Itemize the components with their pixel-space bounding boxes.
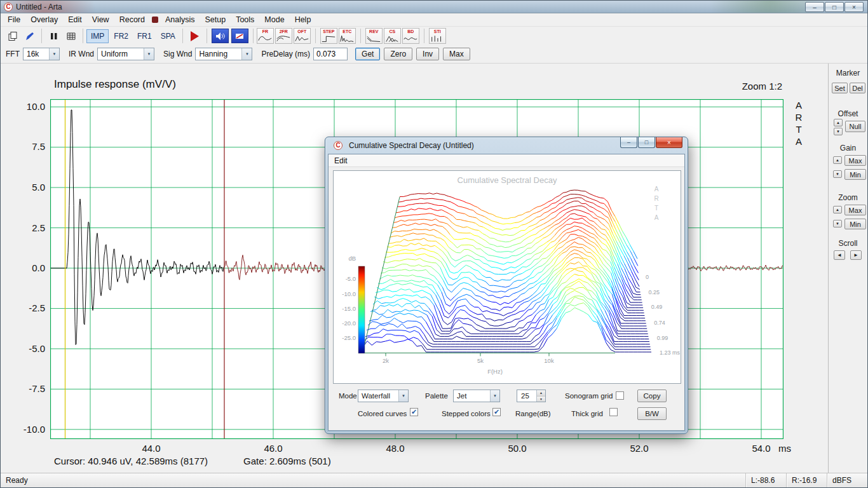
analysis-button-rev[interactable]: REV — [365, 28, 383, 44]
menu-item-help[interactable]: Help — [290, 14, 316, 25]
chevron-down-icon: ▼ — [49, 48, 59, 60]
get-button[interactable]: Get — [355, 48, 380, 60]
analysis-button-oft[interactable]: OFT — [294, 28, 311, 44]
menu-item-mode[interactable]: Mode — [259, 14, 289, 25]
pen-tool-button[interactable] — [21, 28, 38, 44]
colored-curves-checkbox[interactable]: ✔ — [410, 408, 418, 416]
scroll-right-button[interactable]: ► — [850, 250, 862, 260]
main-menubar: FileOverlayEditViewRecordAnalysisSetupTo… — [1, 13, 867, 27]
csd-plot-canvas[interactable]: Cumulative Spectral DecayARTA2k5k10kF(Hz… — [333, 170, 681, 384]
svg-text:1.23 ms: 1.23 ms — [660, 349, 681, 356]
bw-button[interactable]: B/W — [637, 407, 667, 420]
offset-null-button[interactable]: Null — [845, 121, 865, 132]
copy-window-button[interactable] — [4, 28, 21, 44]
settings-toolbar: FFT 16k ▼ IR Wnd Uniform ▼ Sig Wnd Hanni… — [1, 45, 867, 64]
menu-item-setup[interactable]: Setup — [200, 14, 231, 25]
marker-set-button[interactable]: Set — [832, 83, 848, 93]
analysis-waveform-icon — [430, 33, 445, 43]
max-button[interactable]: Max — [443, 48, 470, 60]
csd-palette-select[interactable]: Jet ▼ — [453, 390, 500, 402]
menu-item-file[interactable]: File — [3, 14, 25, 25]
csd-minimize-button[interactable]: – — [620, 137, 637, 148]
svg-text:R: R — [654, 195, 658, 202]
gain-min-button[interactable]: Min — [844, 169, 866, 180]
ir-wnd-select[interactable]: Uniform ▼ — [97, 48, 154, 60]
svg-text:0: 0 — [646, 274, 649, 280]
pause-button[interactable] — [45, 28, 62, 44]
chevron-down-icon: ▼ — [490, 390, 499, 402]
fft-select[interactable]: 16k ▼ — [23, 48, 60, 60]
status-cell: L:-88.6 — [745, 473, 786, 487]
offset-up-button[interactable]: ▲ — [834, 119, 843, 126]
mode-button-fr1[interactable]: FR1 — [133, 29, 156, 43]
zoom-down-button[interactable]: ▼ — [833, 220, 842, 227]
predelay-input[interactable] — [313, 48, 348, 60]
thick-grid-checkbox[interactable] — [609, 408, 618, 416]
csd-menubar: Edit — [329, 154, 684, 167]
y-tick-label: 0.0 — [15, 262, 45, 273]
close-button[interactable]: × — [844, 2, 864, 12]
sig-wnd-select[interactable]: Hanning ▼ — [195, 48, 252, 60]
table-view-button[interactable] — [62, 28, 79, 44]
main-titlebar[interactable]: C Untitled - Arta – □ × — [1, 1, 867, 13]
zoom-min-button[interactable]: Min — [844, 219, 866, 229]
zoom-up-button[interactable]: ▲ — [833, 206, 842, 214]
analysis-button-cs[interactable]: CS — [384, 28, 401, 44]
x-tick-label: 48.0 — [380, 443, 410, 454]
menu-item-overlay[interactable]: Overlay — [25, 14, 63, 25]
cursor-readout: Cursor: 40.946 uV, 42.589ms (8177) Gate:… — [54, 456, 331, 466]
csd-maximize-button[interactable]: □ — [638, 137, 655, 148]
spinner-down-button[interactable]: ▼ — [537, 396, 545, 402]
offset-down-button[interactable]: ▼ — [834, 128, 843, 135]
gain-up-button[interactable]: ▲ — [833, 156, 842, 164]
signal-generator-button[interactable] — [231, 29, 248, 43]
mode-button-spa[interactable]: SPA — [157, 29, 179, 43]
mode-button-fr2[interactable]: FR2 — [110, 29, 132, 43]
scroll-left-button[interactable]: ◄ — [834, 250, 845, 260]
minimize-button[interactable]: – — [805, 2, 824, 12]
analysis-button-step[interactable]: STEP — [320, 28, 337, 44]
maximize-button[interactable]: □ — [825, 2, 844, 12]
inv-button[interactable]: Inv — [416, 48, 439, 60]
arta-letter: T — [793, 123, 804, 135]
svg-text:dB: dB — [348, 255, 356, 262]
analysis-button-fr[interactable]: FR — [257, 28, 274, 44]
analysis-button-2fr[interactable]: 2FR — [275, 28, 292, 44]
audio-device-button[interactable] — [212, 29, 229, 43]
copy-button[interactable]: Copy — [637, 390, 667, 402]
marker-label: Marker — [829, 69, 867, 78]
status-cell: dBFS — [827, 473, 867, 487]
y-tick-label: 5.0 — [15, 182, 45, 193]
mode-button-imp[interactable]: IMP — [86, 29, 109, 43]
svg-text:-25.0: -25.0 — [342, 334, 356, 341]
menu-item-edit[interactable]: Edit — [63, 14, 87, 25]
menu-item-view[interactable]: View — [87, 14, 114, 25]
menu-item-tools[interactable]: Tools — [231, 14, 259, 25]
analysis-button-sti[interactable]: STI — [429, 28, 446, 44]
csd-titlebar[interactable]: C Cumulative Spectral Decay (Untitled) –… — [325, 137, 688, 154]
sonogram-grid-checkbox[interactable] — [616, 391, 624, 400]
stepped-colors-checkbox[interactable]: ✔ — [492, 408, 501, 416]
zoom-max-button[interactable]: Max — [844, 205, 866, 215]
y-tick-label: 10.0 — [15, 101, 45, 112]
csd-mode-select[interactable]: Waterfall ▼ — [358, 390, 409, 402]
csd-dialog[interactable]: C Cumulative Spectral Decay (Untitled) –… — [325, 137, 688, 434]
svg-text:-10.0: -10.0 — [342, 290, 356, 297]
range-spinner[interactable]: 25 ▲ ▼ — [517, 390, 546, 402]
analysis-button-bd[interactable]: BD — [402, 28, 419, 44]
menu-item-record[interactable]: Record — [114, 14, 150, 25]
svg-text:Cumulative Spectral Decay: Cumulative Spectral Decay — [458, 175, 557, 185]
gain-max-button[interactable]: Max — [844, 155, 866, 166]
zero-button[interactable]: Zero — [384, 48, 412, 60]
x-tick-label: 44.0 — [136, 443, 166, 454]
arta-logo-icon: C — [334, 141, 342, 150]
spinner-up-button[interactable]: ▲ — [537, 390, 545, 396]
toolbar-separator — [207, 29, 207, 43]
csd-close-button[interactable]: × — [656, 137, 682, 148]
gain-down-button[interactable]: ▼ — [833, 170, 842, 178]
record-play-button[interactable] — [186, 28, 203, 44]
csd-menu-edit[interactable]: Edit — [329, 156, 353, 166]
menu-item-analysis[interactable]: Analysis — [160, 14, 200, 25]
analysis-button-etc[interactable]: ETC — [339, 28, 356, 44]
marker-del-button[interactable]: Del — [850, 83, 865, 93]
